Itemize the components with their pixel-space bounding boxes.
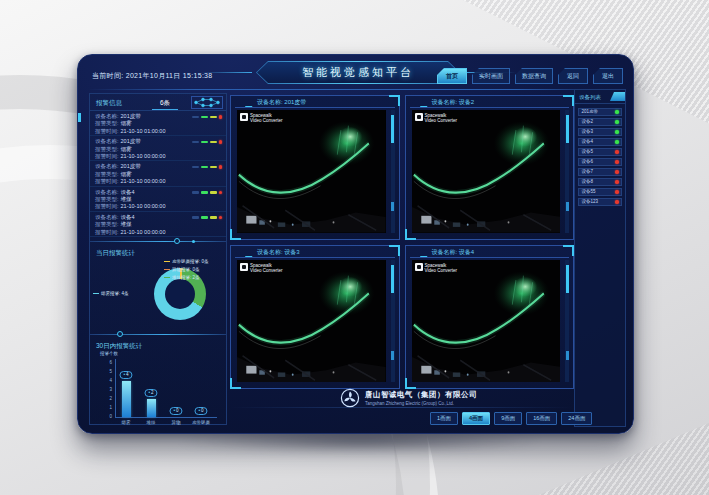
layout-button[interactable]: 24画面	[561, 412, 592, 425]
device-row[interactable]: 201皮带	[578, 108, 622, 117]
device-row[interactable]: 设备6	[578, 158, 622, 167]
layout-button[interactable]: 9画面	[494, 412, 522, 425]
nav-button[interactable]: 数据查询	[515, 68, 553, 84]
alarm-type-label: 报警类型:	[95, 196, 119, 202]
bar-value-label: 0	[169, 407, 182, 415]
layout-button[interactable]: 1画面	[430, 412, 458, 425]
device-name-value: 201皮带	[121, 113, 141, 119]
legend-swatch	[164, 269, 170, 271]
alarm-time-label: 报警时间:	[95, 203, 119, 209]
section-divider	[90, 237, 226, 246]
video-panel[interactable]: 设备名称: 设备4	[405, 245, 575, 390]
video-scrollbar[interactable]	[391, 260, 395, 383]
nav-button[interactable]: 返回	[558, 68, 588, 84]
title-wing-left	[200, 72, 252, 73]
device-row[interactable]: 设备4	[578, 138, 622, 147]
video-converter-logo-icon	[415, 263, 423, 271]
device-name-label: 设备名称:	[95, 214, 119, 220]
alarm-time-label: 报警时间:	[95, 153, 119, 159]
legend-swatch	[93, 293, 99, 295]
device-row[interactable]: 设备55	[578, 188, 622, 197]
donut-legend-entry: 异物报警: 0条	[164, 266, 226, 274]
video-screen: Spacewalk Video Converter	[237, 260, 386, 383]
device-status-dot	[615, 130, 619, 134]
video-panel[interactable]: 设备名称: 设备2	[405, 95, 575, 240]
alarm-list-item[interactable]: 设备名称:201皮带 报警类型:烟雾 报警时间:21-10-10 01:00:0…	[90, 111, 226, 136]
video-scrollbar[interactable]	[391, 110, 395, 233]
alarm-type-value: 烟雾	[121, 171, 132, 177]
alarm-list-item[interactable]: 设备名称:201皮带 报警类型:烟雾 报警时间:21-10-10 00:00:0…	[90, 136, 226, 161]
alarm-level-indicator	[192, 140, 223, 144]
device-row[interactable]: 设备5	[578, 148, 622, 157]
device-row[interactable]: 设备123	[578, 198, 622, 207]
alarm-time-label: 报警时间:	[95, 128, 119, 134]
video-panel[interactable]: 设备名称: 201皮带	[230, 95, 400, 240]
video-scrollbar[interactable]	[565, 260, 569, 383]
alarm-red-dot	[219, 191, 223, 195]
device-name: 设备4	[582, 139, 594, 144]
alarm-list-item[interactable]: 设备名称:201皮带 报警类型:烟雾 报警时间:21-10-10 00:00:0…	[90, 161, 226, 186]
device-row[interactable]: 设备8	[578, 178, 622, 187]
alarm-level-indicator	[192, 216, 223, 220]
title-frame: 智能视觉感知平台	[256, 61, 460, 84]
x-tick-label: 异物	[163, 420, 189, 425]
video-scrollbar[interactable]	[565, 110, 569, 233]
current-time: 当前时间: 2021年10月11日 15:15:38	[92, 71, 213, 81]
video-panel-title: 设备名称: 设备3	[257, 248, 300, 257]
video-converter-logo-icon	[240, 263, 248, 271]
alarm-type-value: 烟雾	[121, 146, 132, 152]
video-converter-overlay: Spacewalk Video Converter	[240, 263, 282, 273]
alarm-time-label: 报警时间:	[95, 178, 119, 184]
donut-legend-right: 皮带纵撕报警: 0条异物报警: 0条堆煤报警: 2条	[164, 258, 226, 282]
alarm-time-label: 报警时间:	[95, 229, 119, 235]
nav-button[interactable]: 首页	[437, 68, 467, 84]
device-row[interactable]: 设备2	[578, 118, 622, 127]
scrollbar-thumb[interactable]	[566, 115, 569, 143]
monthly-stats-title: 30日内报警统计	[90, 339, 226, 351]
device-list-tab[interactable]	[610, 92, 625, 101]
scrollbar-mark	[566, 351, 569, 360]
x-tick-label: 堆煤	[138, 420, 164, 425]
video-feed-image	[237, 110, 386, 233]
scrollbar-thumb[interactable]	[566, 265, 569, 293]
scrollbar-thumb[interactable]	[391, 265, 394, 293]
device-list-header: 设备列表	[575, 90, 625, 104]
alarm-list-item[interactable]: 设备名称:设备4 报警类型:堆煤 报警时间:21-10-10 00:00:00	[90, 212, 226, 237]
device-name: 设备7	[582, 169, 594, 174]
alarm-panel: 报警信息 6条 设备名称:201皮带 报警类型:烟雾 报警时间:21-10-10…	[89, 93, 227, 425]
alarm-list-item[interactable]: 设备名称:设备4 报警类型:堆煤 报警时间:21-10-10 00:00:00	[90, 187, 226, 212]
layout-button[interactable]: 4画面	[462, 412, 490, 425]
x-axis	[115, 417, 217, 418]
device-name: 设备6	[582, 159, 594, 164]
company-name-cn: 唐山智诚电气（集团）有限公司	[365, 390, 477, 400]
device-rows: 201皮带 设备2 设备3 设备4 设备5 设备6 设备7 设备8 设备55 设…	[575, 104, 625, 206]
device-status-dot	[615, 190, 619, 194]
device-list-panel: 设备列表 201皮带 设备2 设备3 设备4 设备5 设备6 设备7 设备8 设…	[574, 89, 626, 427]
device-name: 设备8	[582, 179, 594, 184]
y-tick: 4	[100, 378, 112, 383]
device-status-dot	[615, 140, 619, 144]
alarm-level-indicator	[192, 191, 223, 195]
video-feed-image	[412, 260, 561, 383]
y-axis-label: 报警个数	[100, 351, 118, 356]
nav-button[interactable]: 退出	[593, 68, 623, 84]
device-name-label: 设备名称:	[95, 138, 119, 144]
layout-button[interactable]: 16画面	[526, 412, 557, 425]
alarm-type-label: 报警类型:	[95, 221, 119, 227]
brand-line2: Video Converter	[425, 118, 457, 123]
video-panel-frame-line	[235, 257, 395, 258]
video-panel[interactable]: 设备名称: 设备3	[230, 245, 400, 390]
monthly-alarm-bar-chart: 报警个数 01234564烟雾2堆煤0异物0皮带纵撕	[98, 353, 222, 434]
device-name-value: 设备4	[121, 189, 135, 195]
device-row[interactable]: 设备7	[578, 168, 622, 177]
device-status-dot	[615, 110, 619, 114]
daily-stats-title: 当日报警统计	[90, 246, 226, 258]
nav-button[interactable]: 实时画面	[472, 68, 510, 84]
scrollbar-thumb[interactable]	[391, 115, 394, 143]
bar-value-label: 4	[119, 371, 132, 379]
alarm-red-dot	[219, 165, 223, 169]
video-screen: Spacewalk Video Converter	[412, 260, 561, 383]
device-row[interactable]: 设备3	[578, 128, 622, 137]
section-divider	[90, 330, 226, 339]
x-tick-label: 皮带纵撕	[188, 420, 214, 425]
